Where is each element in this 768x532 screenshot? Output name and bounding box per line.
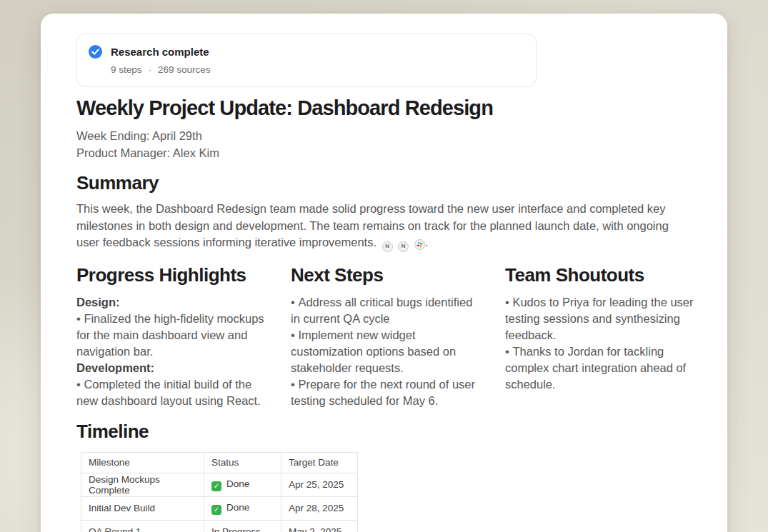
milestone-cell: QA Round 1 (81, 520, 204, 532)
timeline-header-row: Milestone Status Target Date (81, 452, 358, 473)
summary-trailing-period: . (425, 236, 429, 249)
shoutout-item: Kudos to Priya for leading the user test… (505, 294, 698, 343)
column-team-shoutouts: Team Shoutouts Kudos to Priya for leadin… (505, 264, 698, 409)
page-title: Weekly Project Update: Dashboard Redesig… (76, 96, 698, 120)
research-complete-check-icon (89, 45, 102, 59)
target-date-cell: Apr 28, 2025 (281, 496, 358, 520)
development-label: Development: (76, 360, 269, 376)
shoutout-item: Thanks to Jordan for tackling complex ch… (505, 343, 698, 393)
doc-meta: Week Ending: April 29th Product Manager:… (76, 127, 698, 161)
status-cell: ✓Done (204, 473, 281, 496)
summary-paragraph: This week, the Dashboard Redesign team m… (76, 201, 680, 252)
research-sources-count: 269 sources (158, 64, 211, 75)
meta-week-ending: Week Ending: April 29th (76, 127, 698, 144)
column-header-status: Status (204, 452, 281, 473)
desktop-background: { "colors": { "page_background": "#d9d6c… (0, 0, 768, 532)
table-row: Initial Dev Build ✓Done Apr 28, 2025 (81, 496, 358, 520)
notion-citation-icon[interactable]: N (382, 241, 393, 252)
document-card: Research complete 9 steps · 269 sources … (41, 14, 727, 532)
next-step-item: Implement new widget customization optio… (291, 327, 484, 376)
slack-citation-icon[interactable] (414, 239, 425, 250)
table-row: Design Mockups Complete ✓Done Apr 25, 20… (81, 473, 358, 496)
column-next-steps: Next Steps Address all critical bugs ide… (291, 264, 484, 409)
target-date-cell: Apr 25, 2025 (281, 473, 358, 496)
progress-highlights-heading: Progress Highlights (76, 264, 269, 286)
research-status-title: Research complete (111, 46, 209, 58)
research-status-row: Research complete (89, 45, 522, 59)
status-text: Done (226, 478, 249, 489)
column-header-milestone: Milestone (81, 452, 204, 473)
development-bullet: Completed the initial build of the new d… (76, 376, 269, 409)
research-meta: 9 steps · 269 sources (111, 64, 522, 75)
done-check-icon: ✓ (211, 505, 221, 515)
highlights-columns: Progress Highlights Design: Finalized th… (76, 264, 698, 409)
milestone-cell: Design Mockups Complete (81, 473, 204, 496)
next-steps-body: Address all critical bugs identified in … (291, 294, 484, 409)
research-status-card[interactable]: Research complete 9 steps · 269 sources (76, 34, 537, 87)
next-step-item: Address all critical bugs identified in … (291, 294, 484, 327)
column-header-target-date: Target Date (281, 452, 358, 473)
next-step-item: Prepare for the next round of user testi… (291, 376, 484, 409)
next-steps-heading: Next Steps (291, 264, 484, 286)
status-cell: ✓Done (204, 496, 281, 520)
summary-text: This week, the Dashboard Redesign team m… (76, 202, 669, 249)
status-cell: In Progress (204, 520, 281, 532)
status-text: Done (226, 502, 249, 513)
progress-highlights-body: Design: Finalized the high-fidelity mock… (76, 294, 269, 409)
done-check-icon: ✓ (211, 481, 221, 491)
milestone-cell: Initial Dev Build (81, 496, 204, 520)
target-date-cell: May 2, 2025 (281, 520, 358, 532)
timeline-table: Milestone Status Target Date Design Mock… (81, 452, 358, 532)
research-steps-count: 9 steps (111, 64, 142, 75)
notion-citation-icon[interactable]: N (398, 241, 409, 252)
design-label: Design: (76, 294, 269, 311)
team-shoutouts-heading: Team Shoutouts (505, 264, 698, 286)
separator-dot: · (149, 64, 152, 75)
column-progress-highlights: Progress Highlights Design: Finalized th… (76, 264, 269, 409)
design-bullet: Finalized the high-fidelity mockups for … (76, 311, 269, 360)
team-shoutouts-body: Kudos to Priya for leading the user test… (505, 294, 698, 393)
table-row: QA Round 1 In Progress May 2, 2025 (81, 520, 358, 532)
meta-product-manager: Product Manager: Alex Kim (76, 144, 698, 161)
timeline-heading: Timeline (76, 421, 698, 443)
citation-group: N N (376, 236, 425, 249)
summary-heading: Summary (76, 172, 698, 194)
